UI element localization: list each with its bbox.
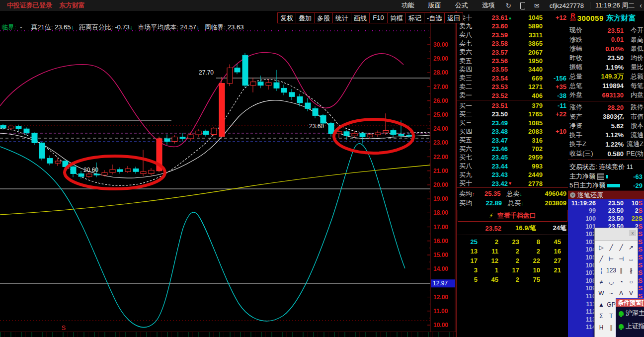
drawing-tool-icon[interactable]: ⊢ [606,253,616,264]
drawing-tool-icon[interactable]: ◡ [606,276,616,287]
order-book-row[interactable]: 买二23.501765+22 [457,110,568,118]
annotation-ellipse[interactable] [334,119,413,153]
order-book-row[interactable]: 买六23.46702 [457,145,568,153]
order-book-row[interactable]: 卖五23.561950 [457,57,568,65]
lightning-icon: ⚡ [489,212,493,219]
drawing-tool-icon[interactable]: ╱ [596,253,606,264]
order-book-row[interactable]: 卖十23.61▲1045+12 [457,13,568,22]
drawing-tool-icon[interactable]: W [596,287,606,299]
level-volume: 3311 [514,31,543,39]
drawing-tool-icon[interactable]: ◔ [616,276,626,287]
drawing-tool-icon[interactable]: Λ [616,287,626,299]
toolbar-button-多股[interactable]: 多股 [314,12,333,23]
order-book-row[interactable]: 买八23.44993 [457,162,568,170]
drawing-tool-icon[interactable]: ⊣ [616,253,626,264]
order-book-row[interactable]: 卖四23.553440 [457,65,568,74]
drawing-tool-icon[interactable]: ○ [626,276,636,287]
drawing-tool-icon[interactable]: ~ [606,287,616,299]
deal-grid-cell: 17 [457,257,478,264]
drawing-tool-icon[interactable]: H [596,322,606,333]
field-label-right: 最高 [624,35,644,44]
order-book-row[interactable]: 卖三23.54669-156 [457,74,568,83]
drawing-tool-icon[interactable]: T [606,310,616,322]
toolbar-button-统计[interactable]: 统计 [332,12,351,23]
divider [568,160,644,160]
candle-body [289,92,295,96]
candlestick-chart-area: 临界: - 真21位: 23.65↓距离百分比: -0.73↓市场平均成本: 2… [0,11,456,337]
order-book-row[interactable]: 卖九23.605890 [457,22,568,30]
deal-grid-cell: 5 [457,276,478,283]
toolbar-button-简框[interactable]: 简框 [387,12,406,23]
mail-icon[interactable]: ✉ [534,2,540,9]
drawing-tool-icon[interactable]: V [626,287,636,299]
order-book-row[interactable]: 买三23.491085 [457,119,568,127]
drawing-tool-icon[interactable]: ↔ [626,253,636,264]
order-book-row[interactable]: 卖二23.531271+35 [457,83,568,91]
drawing-tool-icon[interactable]: ▲ [596,299,606,310]
drawing-tool-icon[interactable]: ¦ [596,264,606,276]
palette-header[interactable]: x [595,228,638,241]
toolbar-button-标记[interactable]: 标记 [405,12,424,23]
level-price: 23.53 [478,83,508,90]
order-book-row[interactable]: 卖八23.593311 [457,31,568,39]
toolbar-button-画线[interactable]: 画线 [351,12,370,23]
alert-item[interactable]: 沪深主 [616,307,644,320]
alert-label: 沪深主 [626,309,644,318]
mobile-icon[interactable] [520,2,525,9]
drawing-tool-icon[interactable]: ∥ [606,322,616,333]
divider [590,2,590,9]
order-book-row[interactable]: 买一23.51379-11 [457,101,568,110]
list-icon[interactable] [597,173,604,180]
collapse-chevron-icon[interactable]: ‹ [640,1,642,9]
toolbar-button-复权[interactable]: 复权 [277,12,296,23]
drawing-tool-icon[interactable]: Σ [596,310,606,322]
drawing-tool-icon[interactable]: GP [606,299,616,310]
indicator-values: 真21位: 23.65↓距离百分比: -0.73↓市场平均成本: 24.57↓周… [26,23,243,31]
menu-item-版面[interactable]: 版面 [428,1,441,9]
candle-body [219,84,225,137]
drawing-tool-icon[interactable]: ∦ [626,264,636,276]
sell-average-row: 卖均 ↑ 25.35 总卖 ↓ 496049 [457,189,568,198]
order-book-row[interactable]: 买九23.432449 [457,170,568,179]
tick-replay-header[interactable]: v 逐笔还原 [568,191,644,199]
order-book-row[interactable]: 卖一23.52406-38 [457,91,568,100]
order-book-row[interactable]: 买五23.47316 [457,136,568,145]
order-book-row[interactable]: 卖七23.583865 [457,39,568,48]
order-book-row[interactable]: 买七23.452959 [457,153,568,162]
order-book-row[interactable]: 买十23.42▼2778 [457,179,568,188]
alert-item[interactable] [616,333,644,337]
toolbar-button--自选[interactable]: -自选 [424,12,445,23]
order-book-row[interactable]: 卖六23.572067 [457,48,568,57]
field-label-right: 内盘 [624,90,644,99]
candle-body [102,172,107,175]
field-value: 693130 [592,91,624,99]
refresh-icon[interactable]: ↻ [506,2,511,9]
toolbar-button-返回[interactable]: 返回 [444,12,463,23]
main-net-value: -63 [608,173,643,180]
drawing-tool-icon[interactable]: ▷ [596,242,606,253]
order-book-row[interactable]: 买四23.482083+10 [457,127,568,136]
drawing-tool-icon[interactable]: ╱ [616,242,626,253]
level-volume: 2067 [514,49,543,56]
drawing-tool-icon[interactable]: ↗ [626,242,636,253]
drawing-tool-icon[interactable]: ≠ [596,276,606,287]
drawing-tool-icon[interactable]: 123 [606,264,616,276]
price-tick-label: 19.00 [433,195,448,202]
close-icon[interactable]: x [629,230,636,236]
toolbar-button-叠加[interactable]: 叠加 [296,12,315,23]
menu-item-功能[interactable]: 功能 [402,1,414,9]
account-id: cfjkz427778 [550,2,584,9]
menu-item-选项[interactable]: 选项 [482,1,495,9]
info-row: 换手Z1.22%流通Z [568,140,644,149]
day5-net-label: 5日主力净额 [569,181,605,190]
toolbar-button-F10[interactable]: F10 [369,12,388,23]
menu-item-公式[interactable]: 公式 [455,1,468,9]
info-row: 总笔119894每笔 [568,82,644,90]
drawing-tool-icon[interactable]: ∥ [616,264,626,276]
alert-title[interactable]: 条件预警[ [616,299,644,307]
peek-label: 查看千档盘口 [497,211,536,220]
view-thousand-level-button[interactable]: ⚡ 查看千档盘口 [458,210,567,222]
buy-average-row: 买均 22.89 总买 ↓ 203809 [457,198,568,208]
drawing-tool-icon[interactable]: ╱ [606,242,616,253]
alert-item[interactable]: 上证指 [616,320,644,333]
